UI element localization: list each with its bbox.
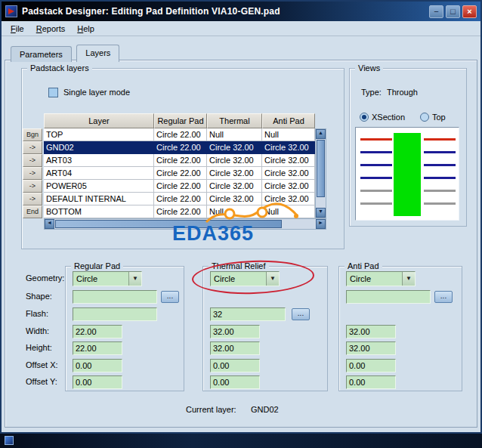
thermal-width-field[interactable]: 32.00 (210, 325, 260, 338)
maximize-button[interactable]: □ (446, 5, 460, 18)
cell-regular[interactable]: Circle 22.00 (154, 180, 207, 193)
cell-thermal[interactable]: Circle 32.00 (207, 180, 262, 193)
cell-layer[interactable]: TOP (44, 128, 154, 141)
cell-regular[interactable]: Circle 22.00 (154, 128, 207, 141)
scroll-down-button[interactable]: ▼ (316, 208, 326, 218)
background-window-icon[interactable] (5, 436, 14, 445)
anti-width-field[interactable]: 32.00 (346, 325, 396, 338)
cell-thermal[interactable]: Circle 32.00 (207, 167, 262, 180)
cell-anti[interactable]: Circle 32.00 (262, 141, 315, 154)
scroll-left-button[interactable]: ◄ (45, 219, 54, 229)
regular-height-field[interactable]: 22.00 (73, 341, 122, 355)
radio-xsection[interactable] (360, 113, 369, 122)
title-bar[interactable]: Padstack Designer: Editing Pad Definitio… (2, 2, 480, 21)
vertical-scrollbar[interactable]: ▲ ▼ (315, 128, 326, 218)
cell-regular[interactable]: Circle 22.00 (154, 167, 207, 180)
cell-layer[interactable]: BOTTOM (44, 205, 154, 218)
anti-shape-browse-button[interactable]: ... (434, 291, 453, 303)
scroll-up-button[interactable]: ▲ (316, 129, 326, 139)
header-thermal-relief[interactable]: Thermal Relief (207, 113, 262, 128)
cell-anti[interactable]: Null (262, 128, 315, 141)
menu-bar: File Reports Help (2, 21, 480, 36)
cell-anti[interactable]: Circle 32.00 (262, 180, 315, 193)
offset-x-label: Offset X: (26, 360, 58, 369)
close-button[interactable]: × (462, 5, 477, 18)
table-row-art04[interactable]: ART04 Circle 22.00 Circle 32.00 Circle 3… (44, 167, 315, 180)
minimize-button[interactable]: − (429, 5, 443, 18)
cell-layer[interactable]: GND02 (44, 141, 154, 154)
menu-reports[interactable]: Reports (30, 23, 72, 35)
anti-geometry-value: Circle (347, 272, 402, 286)
cell-regular[interactable]: Circle 22.00 (154, 154, 207, 167)
tab-strip: Parameters Layers (11, 45, 121, 62)
xsection-layer-line (360, 202, 392, 205)
cell-layer[interactable]: POWER05 (44, 180, 154, 193)
cell-regular[interactable]: Circle 22.00 (154, 141, 207, 154)
vertical-scroll-thumb[interactable] (317, 140, 325, 197)
view-type-label: Type: (361, 88, 382, 97)
row-marker-end[interactable]: End (23, 205, 42, 218)
thermal-flash-field[interactable]: 32 (210, 307, 286, 321)
row-marker[interactable]: -> (23, 180, 42, 193)
anti-height-field[interactable]: 32.00 (346, 341, 396, 355)
anti-offset-x-field[interactable]: 0.00 (346, 359, 396, 372)
chevron-down-icon[interactable]: ▼ (128, 272, 141, 286)
width-label: Width: (26, 326, 49, 335)
anti-offset-y-field[interactable]: 0.00 (346, 375, 396, 389)
row-marker[interactable]: -> (23, 193, 42, 205)
header-regular-pad[interactable]: Regular Pad (154, 113, 207, 128)
row-marker[interactable]: -> (23, 154, 42, 167)
radio-top[interactable] (420, 113, 429, 122)
anti-geometry-dropdown[interactable]: Circle ▼ (346, 271, 416, 286)
view-type-value: Through (387, 88, 418, 97)
regular-flash-field[interactable] (73, 307, 157, 321)
menu-help[interactable]: Help (71, 23, 100, 35)
regular-offset-y-field[interactable]: 0.00 (73, 375, 122, 389)
background-window-titlebar[interactable] (0, 434, 482, 448)
cell-layer[interactable]: DEFAULT INTERNAL (44, 193, 154, 205)
radio-top-label: Top (432, 113, 446, 122)
xsection-layer-line (360, 138, 392, 141)
xsection-pad (394, 133, 421, 216)
single-layer-mode-checkbox[interactable] (48, 88, 58, 97)
cell-regular[interactable]: Circle 22.00 (154, 193, 207, 205)
header-anti-pad[interactable]: Anti Pad (262, 113, 315, 128)
row-marker-bgn[interactable]: Bgn (23, 128, 42, 141)
header-layer[interactable]: Layer (44, 113, 154, 128)
cell-thermal[interactable]: Circle 32.00 (207, 154, 262, 167)
row-marker[interactable]: -> (23, 141, 42, 154)
thermal-offset-y-field[interactable]: 0.00 (210, 375, 260, 389)
xsection-layer-line (424, 202, 456, 205)
tab-layers[interactable]: Layers (76, 45, 119, 62)
tab-parameters[interactable]: Parameters (11, 46, 72, 62)
cell-anti[interactable]: Circle 32.00 (262, 154, 315, 167)
cell-regular[interactable]: Circle 22.00 (154, 205, 207, 218)
table-row-gnd02-selected[interactable]: GND02 Circle 22.00 Circle 32.00 Circle 3… (44, 141, 315, 154)
table-row-power05[interactable]: POWER05 Circle 22.00 Circle 32.00 Circle… (44, 180, 315, 193)
regular-geometry-dropdown[interactable]: Circle ▼ (73, 271, 142, 286)
padstack-designer-window: Padstack Designer: Editing Pad Definitio… (0, 0, 482, 434)
regular-offset-x-field[interactable]: 0.00 (73, 359, 122, 372)
chevron-down-icon[interactable]: ▼ (402, 272, 415, 286)
regular-shape-browse-button[interactable]: ... (161, 291, 179, 303)
thermal-offset-x-field[interactable]: 0.00 (210, 359, 260, 372)
xsection-layer-line (424, 177, 456, 179)
cell-thermal[interactable]: Null (207, 128, 262, 141)
cell-thermal[interactable]: Circle 32.00 (207, 141, 262, 154)
menu-file[interactable]: File (5, 23, 30, 35)
table-row-top[interactable]: TOP Circle 22.00 Null Null (44, 128, 315, 141)
scroll-right-button[interactable]: ► (316, 219, 326, 229)
padstack-layers-group-title: Padstack layers (27, 63, 92, 73)
table-row-art03[interactable]: ART03 Circle 22.00 Circle 32.00 Circle 3… (44, 154, 315, 167)
xsection-layer-line (360, 164, 392, 166)
row-marker[interactable]: -> (23, 167, 42, 180)
thermal-flash-browse-button[interactable]: ... (292, 308, 310, 320)
cell-layer[interactable]: ART03 (44, 154, 154, 167)
anti-shape-field[interactable] (346, 290, 431, 304)
regular-shape-field[interactable] (73, 290, 157, 304)
cell-anti[interactable]: Circle 32.00 (262, 167, 315, 180)
thermal-height-field[interactable]: 32.00 (210, 341, 260, 355)
cell-layer[interactable]: ART04 (44, 167, 154, 180)
xsection-layer-line (360, 190, 392, 192)
regular-width-field[interactable]: 22.00 (73, 325, 122, 338)
